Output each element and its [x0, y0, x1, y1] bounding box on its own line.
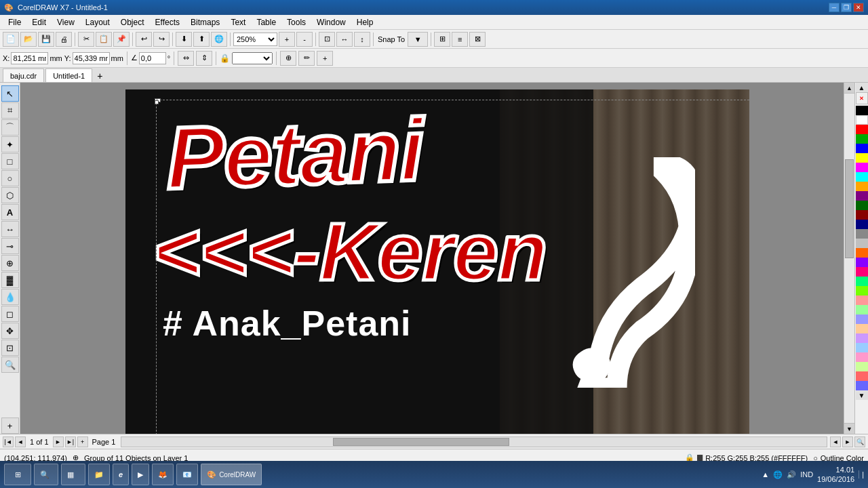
color-swatch-darkgreen[interactable] — [856, 201, 868, 210]
color-swatch-purple[interactable] — [856, 191, 868, 201]
palette-scroll-up[interactable]: ▲ — [856, 83, 868, 92]
align-button[interactable]: ⊞ — [434, 32, 450, 47]
scroll-down-btn[interactable]: ▼ — [844, 423, 854, 434]
tool-zoom[interactable]: 🔍 — [1, 357, 19, 373]
add-button[interactable]: + — [317, 51, 333, 66]
color-swatch-medblue[interactable] — [856, 381, 868, 390]
distribute-button[interactable]: ≡ — [452, 32, 468, 47]
fit-height-button[interactable]: ↕ — [354, 32, 370, 47]
canvas-area[interactable]: Petani <<<-Keren # Anak_Petani — [20, 83, 854, 434]
close-button[interactable]: ✕ — [853, 3, 864, 12]
color-swatch-lightred[interactable] — [856, 296, 868, 305]
color-swatch-yellow[interactable] — [856, 153, 868, 163]
show-desktop-btn[interactable]: | — [859, 470, 864, 479]
zoom-out-button[interactable]: - — [296, 32, 313, 47]
color-swatch-green[interactable] — [856, 134, 868, 144]
color-swatch-mintgreen[interactable] — [856, 362, 868, 371]
menu-layout[interactable]: Layout — [80, 16, 115, 28]
open-button[interactable]: 📂 — [20, 32, 37, 47]
y-input[interactable] — [73, 52, 110, 64]
taskbar-coreldraw[interactable]: 🎨 CorelDRAW — [201, 464, 262, 485]
scroll-right-btn[interactable]: ► — [842, 436, 853, 447]
page-first-btn[interactable]: |◄ — [3, 436, 14, 447]
menu-edit[interactable]: Edit — [26, 16, 52, 28]
color-swatch-silver[interactable] — [856, 239, 868, 248]
scroll-left-btn[interactable]: ◄ — [830, 436, 841, 447]
import-button[interactable]: ⬇ — [176, 32, 192, 47]
cut-button[interactable]: ✂ — [78, 32, 94, 47]
menu-file[interactable]: File — [3, 16, 26, 28]
print-button[interactable]: 🖨 — [56, 32, 72, 47]
edit-button[interactable]: ✏ — [298, 51, 315, 66]
tool-smart-fill[interactable]: ✦ — [1, 136, 19, 152]
palette-scroll-down[interactable]: ▼ — [856, 390, 868, 400]
fit-page-button[interactable]: ⊡ — [319, 32, 335, 47]
tool-text[interactable]: A — [1, 204, 19, 220]
redo-button[interactable]: ↪ — [153, 32, 170, 47]
color-swatch-magenta[interactable] — [856, 163, 868, 172]
x-input[interactable] — [11, 52, 48, 64]
tool-fill[interactable]: ▓ — [1, 272, 19, 288]
taskbar-search[interactable]: 🔍 — [34, 464, 58, 485]
menu-effects[interactable]: Effects — [150, 16, 185, 28]
color-swatch-pink[interactable] — [856, 267, 868, 277]
color-swatch-darkred[interactable] — [856, 210, 868, 220]
tool-freehand[interactable]: ⌗ — [1, 102, 19, 119]
zoom-in-button[interactable]: + — [279, 32, 295, 47]
mirror-h-button[interactable]: ⇔ — [178, 51, 194, 66]
tab-untitled[interactable]: Untitled-1 — [45, 68, 92, 82]
restore-button[interactable]: ❐ — [841, 3, 852, 12]
color-swatch-lavender[interactable] — [856, 333, 868, 343]
scroll-thumb-v[interactable] — [845, 159, 854, 258]
taskbar-taskview[interactable]: ▦ — [61, 464, 85, 485]
color-swatch-coralred[interactable] — [856, 371, 868, 381]
tool-rectangle[interactable]: □ — [1, 153, 19, 169]
color-swatch-blue[interactable] — [856, 144, 868, 153]
angle-input[interactable] — [139, 52, 166, 64]
tool-crop[interactable]: ⊡ — [1, 340, 19, 356]
menu-window[interactable]: Window — [311, 16, 351, 28]
undo-button[interactable]: ↩ — [136, 32, 152, 47]
group-button[interactable]: ⊠ — [469, 32, 486, 47]
menu-bitmaps[interactable]: Bitmaps — [185, 16, 225, 28]
color-swatch-chartreuse[interactable] — [856, 286, 868, 296]
page-next-btn[interactable]: ► — [53, 436, 64, 447]
color-swatch-navy[interactable] — [856, 220, 868, 229]
color-swatch-red[interactable] — [856, 125, 868, 134]
copy-button[interactable]: 📋 — [96, 32, 112, 47]
tool-polygon[interactable]: ⬡ — [1, 187, 19, 203]
taskbar-media[interactable]: ▶ — [132, 464, 149, 485]
page-last-btn[interactable]: ►| — [65, 436, 76, 447]
color-swatch-gray[interactable] — [856, 229, 868, 239]
zoom-status-btn[interactable]: 🔍 — [854, 436, 865, 447]
color-swatch-orange[interactable] — [856, 182, 868, 191]
color-swatch-hotpink[interactable] — [856, 352, 868, 362]
start-button[interactable]: ⊞ — [4, 464, 31, 485]
page-add-btn[interactable]: + — [77, 436, 88, 447]
color-swatch-peach[interactable] — [856, 324, 868, 333]
tool-blend[interactable]: ⊕ — [1, 255, 19, 271]
publish-button[interactable]: 🌐 — [211, 32, 227, 47]
tab-add-button[interactable]: + — [94, 70, 106, 82]
export-button[interactable]: ⬆ — [193, 32, 210, 47]
tool-pointer[interactable]: ↖ — [1, 85, 19, 102]
tab-baju[interactable]: baju.cdr — [3, 68, 44, 82]
save-button[interactable]: 💾 — [38, 32, 54, 47]
transform-button[interactable]: ⊕ — [280, 51, 296, 66]
color-swatch-lightgreen[interactable] — [856, 305, 868, 314]
color-swatch-orange2[interactable] — [856, 248, 868, 258]
color-swatch-lightblue[interactable] — [856, 314, 868, 324]
menu-help[interactable]: Help — [351, 16, 379, 28]
taskbar-ie[interactable]: e — [113, 464, 129, 485]
tray-up-arrow[interactable]: ▲ — [762, 470, 769, 479]
color-swatch-white[interactable] — [856, 115, 868, 125]
tool-ellipse[interactable]: ○ — [1, 170, 19, 186]
taskbar-firefox[interactable]: 🦊 — [152, 464, 174, 485]
tool-dimension[interactable]: ↔ — [1, 221, 19, 237]
tool-interactive[interactable]: ✥ — [1, 323, 19, 339]
tool-add-item[interactable]: + — [1, 418, 19, 434]
color-select[interactable] — [232, 52, 273, 64]
scroll-up-btn[interactable]: ▲ — [844, 83, 854, 94]
fit-width-button[interactable]: ↔ — [336, 32, 353, 47]
menu-table[interactable]: Table — [251, 16, 281, 28]
